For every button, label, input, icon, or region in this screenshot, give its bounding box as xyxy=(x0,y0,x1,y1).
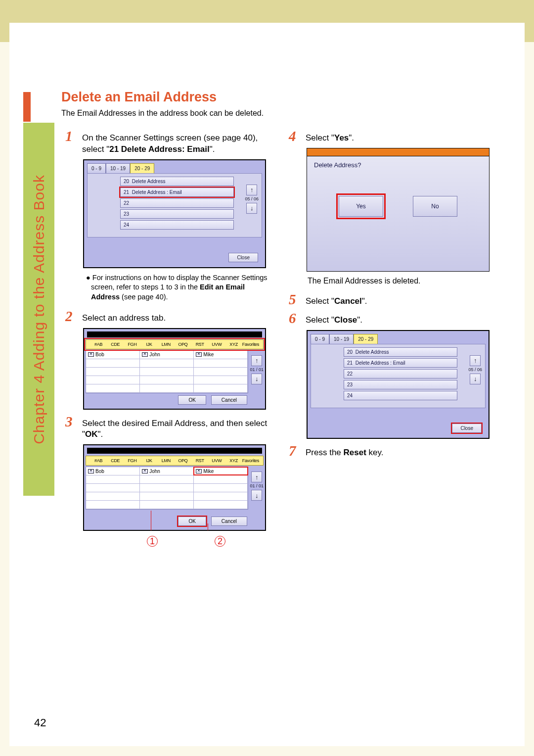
tab[interactable]: RST xyxy=(191,458,208,463)
address-cell[interactable] xyxy=(194,376,248,384)
callout-line xyxy=(151,511,151,530)
menu-item-23[interactable]: 23 xyxy=(344,380,457,389)
yes-button[interactable]: Yes xyxy=(339,196,383,217)
scroll-down-icon[interactable]: ↓ xyxy=(470,374,481,384)
tab[interactable]: OPQ xyxy=(175,342,191,347)
tab-0-9[interactable]: 0 - 9 xyxy=(311,334,329,344)
ok-button[interactable]: OK xyxy=(178,395,206,405)
address-cell[interactable] xyxy=(86,475,140,483)
address-cell[interactable]: Bob xyxy=(86,467,140,475)
address-cell[interactable] xyxy=(194,368,248,376)
address-cell[interactable] xyxy=(194,359,248,367)
menu-item-22[interactable]: 22 xyxy=(120,198,234,208)
tab[interactable]: #AB xyxy=(90,458,107,463)
menu-item-23[interactable]: 23 xyxy=(120,209,234,219)
tab[interactable]: CDE xyxy=(107,342,124,347)
tab-row: 0 - 9 10 - 19 20 - 29 xyxy=(84,160,265,173)
tab-20-29[interactable]: 20 - 29 xyxy=(130,163,154,173)
scroll-down-icon[interactable]: ↓ xyxy=(251,490,262,501)
cancel-button[interactable]: Cancel xyxy=(211,395,247,405)
address-cell[interactable] xyxy=(140,484,194,492)
menu-item-21[interactable]: 21 Delete Address : Email xyxy=(120,188,234,197)
address-cell[interactable] xyxy=(86,501,140,509)
bold-text: Reset xyxy=(344,448,366,457)
tab[interactable]: IJK xyxy=(141,342,158,347)
address-cell[interactable] xyxy=(86,368,140,376)
tab-20-29[interactable]: 20 - 29 xyxy=(354,334,378,344)
address-cell[interactable] xyxy=(86,376,140,384)
address-cell[interactable] xyxy=(194,492,248,500)
address-cell[interactable] xyxy=(194,484,248,492)
ok-button[interactable]: OK xyxy=(178,517,206,526)
step-7: 7 Press the Reset key. xyxy=(289,444,495,459)
button-row: OK Cancel xyxy=(178,395,247,405)
menu-item-22[interactable]: 22 xyxy=(344,369,457,378)
menu-list: 20 Delete Address 21 Delete Address : Em… xyxy=(344,347,457,400)
tab-10-19[interactable]: 10 - 19 xyxy=(329,334,354,344)
address-cell[interactable] xyxy=(140,376,194,384)
address-cell[interactable] xyxy=(194,384,248,392)
tab[interactable]: IJK xyxy=(141,458,158,463)
tab[interactable]: CDE xyxy=(107,458,124,463)
menu-item-20[interactable]: 20 Delete Address xyxy=(120,177,234,186)
tab[interactable]: FGH xyxy=(124,342,140,347)
address-cell[interactable] xyxy=(140,359,194,367)
alpha-tabs[interactable]: #ABCDEFGHIJKLMNOPQRSTUVWXYZFavorites xyxy=(86,339,264,349)
tab[interactable]: XYZ xyxy=(225,458,242,463)
address-cell[interactable] xyxy=(194,501,248,509)
menu-item-20[interactable]: 20 Delete Address xyxy=(344,347,457,357)
address-cell[interactable] xyxy=(86,484,140,492)
address-cell[interactable] xyxy=(86,384,140,392)
menu-item-24[interactable]: 24 xyxy=(120,220,234,230)
text: Select " xyxy=(306,133,334,142)
tab[interactable]: #AB xyxy=(90,342,107,347)
address-cell[interactable]: John xyxy=(140,351,194,359)
address-cell[interactable]: Bob xyxy=(86,351,140,359)
menu-item-21[interactable]: 21 Delete Address : Email xyxy=(344,358,457,368)
scroll-up-icon[interactable]: ↑ xyxy=(246,185,257,195)
address-cell[interactable]: John xyxy=(140,467,194,475)
address-cell[interactable] xyxy=(194,475,248,483)
text: ". xyxy=(357,315,362,325)
tab[interactable]: Favorites xyxy=(242,342,259,347)
address-cell[interactable] xyxy=(140,501,194,509)
tab[interactable]: OPQ xyxy=(175,458,191,463)
address-cell[interactable]: Mike xyxy=(194,351,248,359)
scroll-up-icon[interactable]: ↑ xyxy=(251,472,262,482)
tab[interactable]: FGH xyxy=(124,458,140,463)
tab[interactable]: LMN xyxy=(158,458,175,463)
name: Bob xyxy=(95,469,104,474)
cancel-button[interactable]: Cancel xyxy=(211,517,247,526)
scroll-up-icon[interactable]: ↑ xyxy=(470,355,481,366)
tab-10-19[interactable]: 10 - 19 xyxy=(106,163,130,173)
panel: #ABCDEFGHIJKLMNOPQRSTUVWXYZFavorites Bob… xyxy=(84,454,265,512)
tab[interactable]: LMN xyxy=(158,342,175,347)
callout-2-icon: 2 xyxy=(215,536,225,547)
tab[interactable]: UVW xyxy=(208,342,225,347)
scroll-up-icon[interactable]: ↑ xyxy=(251,355,262,366)
no-button[interactable]: No xyxy=(413,196,457,217)
settings-screenshot-2: 0 - 9 10 - 19 20 - 29 20 Delete Address … xyxy=(307,330,490,439)
result-text: The Email Addresses is deleted. xyxy=(308,277,495,285)
address-cell[interactable] xyxy=(140,368,194,376)
address-cell[interactable] xyxy=(140,492,194,500)
address-cell[interactable] xyxy=(140,384,194,392)
scroll-down-icon[interactable]: ↓ xyxy=(246,203,257,214)
address-tab-screenshot: #ABCDEFGHIJKLMNOPQRSTUVWXYZFavorites Bob… xyxy=(83,328,266,410)
address-cell[interactable] xyxy=(140,475,194,483)
menu-item-24[interactable]: 24 xyxy=(344,391,457,400)
tab[interactable]: RST xyxy=(191,342,208,347)
alpha-tabs[interactable]: #ABCDEFGHIJKLMNOPQRSTUVWXYZFavorites xyxy=(86,456,264,466)
address-cell-selected[interactable]: Mike xyxy=(194,467,248,475)
address-cell[interactable] xyxy=(86,492,140,500)
tab[interactable]: Favorites xyxy=(242,458,259,463)
tab-0-9[interactable]: 0 - 9 xyxy=(87,163,106,173)
close-button[interactable]: Close xyxy=(228,253,258,262)
tab[interactable]: UVW xyxy=(208,458,225,463)
close-button[interactable]: Close xyxy=(452,424,482,433)
address-cell[interactable] xyxy=(86,359,140,367)
tab[interactable]: XYZ xyxy=(225,342,242,347)
step-6: 6 Select "Close". xyxy=(289,311,495,326)
label: Delete Address xyxy=(356,349,389,355)
scroll-down-icon[interactable]: ↓ xyxy=(251,374,262,384)
